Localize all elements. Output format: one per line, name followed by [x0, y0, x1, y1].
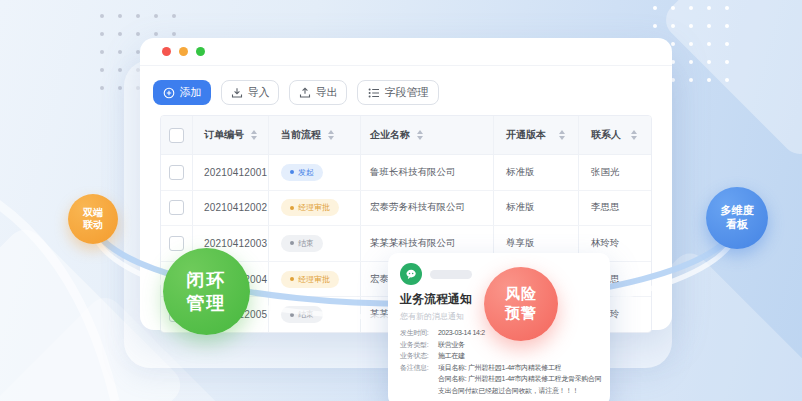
- field-value: 合同名称: 广州碧桂园1-4#市内精装修工程龙骨采购合同: [438, 373, 602, 385]
- company-cell: 鲁班长科技有限公司: [361, 155, 494, 190]
- column-header-version[interactable]: 开通版本: [494, 116, 579, 154]
- field-value: 项目名称: 广州碧桂园1-4#市内精装修工程: [438, 362, 561, 374]
- import-icon: [231, 87, 243, 99]
- import-button[interactable]: 导入: [221, 80, 279, 105]
- table-row: 20210412001 发起 鲁班长科技有限公司 标准版 张国光: [161, 155, 651, 191]
- import-button-label: 导入: [248, 85, 270, 100]
- status-badge: 结束: [281, 306, 323, 323]
- sort-icon: [328, 130, 334, 140]
- traffic-light-minimize[interactable]: [179, 47, 188, 56]
- field-label: [400, 373, 438, 385]
- field-manage-button-label: 字段管理: [385, 85, 429, 100]
- status-badge: 结束: [281, 235, 323, 252]
- version-cell: 标准版: [494, 155, 579, 190]
- add-button-label: 添加: [180, 85, 202, 100]
- window-titlebar: [140, 38, 672, 66]
- toolbar: 添加 导入 导出 字段管理: [153, 80, 439, 105]
- order-cell: 20210412001: [193, 155, 269, 190]
- feature-badge-risk-warning: 风险 预警: [484, 267, 558, 341]
- column-header-company[interactable]: 企业名称: [361, 116, 494, 154]
- wechat-chat-icon: [400, 263, 422, 285]
- row-checkbox[interactable]: [169, 165, 184, 180]
- sort-icon: [559, 130, 565, 140]
- plus-circle-icon: [163, 87, 175, 99]
- row-checkbox[interactable]: [169, 236, 184, 251]
- field-label: 业务状态:: [400, 350, 438, 362]
- status-dot: [290, 277, 294, 281]
- field-value: 施工在建: [438, 350, 465, 362]
- feature-badge-closed-loop: 闭环 管理: [163, 248, 250, 335]
- field-value: 支出合同付款已经超过合同收款，请注意！！！: [438, 385, 579, 397]
- export-icon: [299, 87, 311, 99]
- status-dot: [290, 313, 294, 317]
- status-badge: 经理审批: [281, 199, 339, 216]
- field-label: 发生时间:: [400, 327, 438, 339]
- sort-icon: [631, 130, 637, 140]
- sort-icon: [417, 130, 423, 140]
- order-cell: 20210412002: [193, 191, 269, 226]
- field-label: 备注信息:: [400, 362, 438, 374]
- feature-badge-dual-linkage: 双端 联动: [68, 194, 118, 244]
- field-label: 业务类型:: [400, 339, 438, 351]
- status-badge: 经理审批: [281, 271, 339, 288]
- export-button[interactable]: 导出: [289, 80, 347, 105]
- field-value: 联营业务: [438, 339, 465, 351]
- traffic-light-zoom[interactable]: [196, 47, 205, 56]
- table-row: 20210412002 经理审批 宏泰劳务科技有限公司 标准版 李思思: [161, 191, 651, 227]
- status-dot: [290, 170, 294, 174]
- contact-cell: 张国光: [579, 155, 651, 190]
- sort-icon: [251, 130, 257, 140]
- field-manage-button[interactable]: 字段管理: [357, 80, 439, 105]
- marketing-page: { "window": { "toolbar": { "add_label": …: [0, 0, 802, 401]
- company-cell: 宏泰劳务科技有限公司: [361, 191, 494, 226]
- export-button-label: 导出: [316, 85, 338, 100]
- status-badge: 发起: [281, 164, 323, 181]
- status-dot: [290, 241, 294, 245]
- row-checkbox[interactable]: [169, 200, 184, 215]
- select-all-checkbox[interactable]: [169, 128, 184, 143]
- field-list-icon: [368, 87, 380, 99]
- feature-badge-multi-dashboard: 多维度 看板: [706, 187, 768, 249]
- table-header-row: 订单编号 当前流程 企业名称 开通版本 联系人: [161, 116, 651, 155]
- contact-cell: 李思思: [579, 191, 651, 226]
- placeholder-bar: [430, 270, 472, 279]
- status-dot: [290, 206, 294, 210]
- traffic-light-close[interactable]: [162, 47, 171, 56]
- column-header-process[interactable]: 当前流程: [269, 116, 361, 154]
- field-value: 2023-03-14 14:2: [438, 327, 485, 339]
- column-header-order[interactable]: 订单编号: [193, 116, 269, 154]
- column-header-contact[interactable]: 联系人: [579, 116, 651, 154]
- field-label: [400, 385, 438, 397]
- notification-fields: 发生时间:2023-03-14 14:2 业务类型:联营业务 业务状态:施工在建…: [400, 327, 600, 396]
- add-button[interactable]: 添加: [153, 80, 211, 105]
- version-cell: 标准版: [494, 191, 579, 226]
